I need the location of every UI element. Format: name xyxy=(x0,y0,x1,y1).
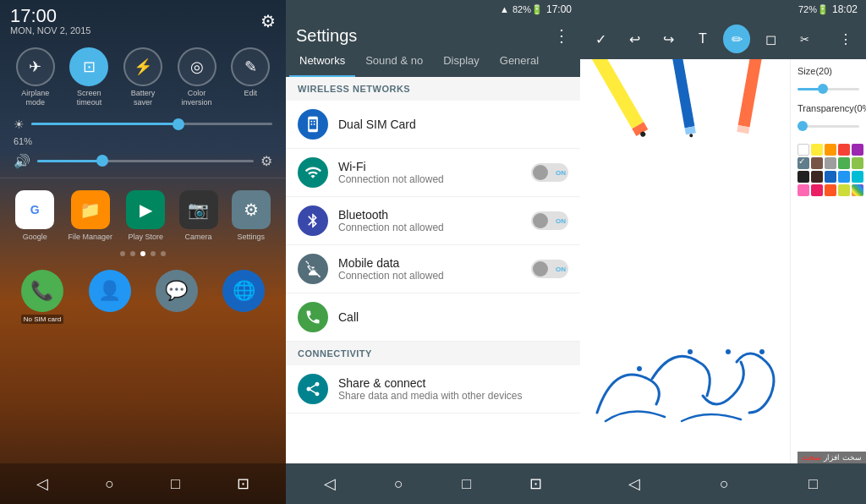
transparency-slider[interactable] xyxy=(797,120,859,134)
volume-settings-icon[interactable]: ⚙ xyxy=(260,153,272,169)
color-darkblue[interactable] xyxy=(825,171,836,183)
share-connect-item[interactable]: Share & connect Share data and media wit… xyxy=(286,365,580,414)
volume-row: 🔊 ⚙ xyxy=(0,150,286,173)
p2-recents-button[interactable]: □ xyxy=(462,475,471,493)
color-rainbow[interactable] xyxy=(852,184,863,196)
color-gray[interactable] xyxy=(825,157,836,169)
app-settings[interactable]: ⚙ Settings xyxy=(232,190,271,241)
eraser-tool-button[interactable]: ◻ xyxy=(757,25,784,53)
call-item[interactable]: Call xyxy=(286,293,580,342)
share-connect-text: Share & connect Share data and media wit… xyxy=(338,376,568,402)
size-slider[interactable] xyxy=(797,83,859,96)
tab-general[interactable]: General xyxy=(490,46,549,77)
wifi-title: Wi-Fi xyxy=(338,160,531,173)
svg-rect-12 xyxy=(738,59,763,127)
color-green[interactable] xyxy=(838,157,850,169)
page-dot-1[interactable] xyxy=(120,251,125,256)
bluetooth-item[interactable]: Bluetooth Connection not allowed OFF ON xyxy=(286,197,580,245)
p3-home-button[interactable]: ○ xyxy=(720,475,729,493)
dock-messages[interactable]: 💬 xyxy=(156,270,198,324)
no-sim-label: No SIM card xyxy=(21,315,63,324)
color-darkbrown[interactable] xyxy=(811,171,823,183)
volume-slider[interactable] xyxy=(37,160,254,162)
transparency-label: Transparency(0%) xyxy=(797,103,859,113)
drawing-canvas[interactable]: Size(20) Transparency(0%) xyxy=(580,59,866,463)
color-lime[interactable] xyxy=(852,157,863,169)
p3-toolbar: ✓ ↩ ↪ T ✏ ◻ ✂ ⋮ xyxy=(580,19,866,59)
tab-networks[interactable]: Networks xyxy=(289,46,355,77)
color-rose[interactable] xyxy=(811,184,823,196)
dock-browser[interactable]: 🌐 xyxy=(222,270,265,324)
wifi-item[interactable]: Wi-Fi Connection not allowed OFF ON xyxy=(286,149,580,197)
scissors-tool-button[interactable]: ✂ xyxy=(792,25,819,53)
time-block: 17:00 MON, NOV 2, 2015 xyxy=(10,7,90,36)
size-label: Size(20) xyxy=(797,66,859,76)
undo-button[interactable]: ↩ xyxy=(621,25,648,53)
brightness-slider[interactable] xyxy=(31,123,272,125)
tab-sound[interactable]: Sound & no xyxy=(355,46,433,77)
settings-icon: ⚙ xyxy=(232,190,271,229)
color-yellow[interactable] xyxy=(811,144,823,156)
p2-back-button[interactable]: ◁ xyxy=(324,474,336,493)
battery-saver-toggle[interactable]: ⚡ Batterysaver xyxy=(123,47,162,107)
recents-button[interactable]: □ xyxy=(171,475,180,493)
mobile-data-item[interactable]: Mobile data Connection not allowed OFF O… xyxy=(286,245,580,293)
home-button[interactable]: ○ xyxy=(105,475,114,493)
pen-tool-button[interactable]: ✏ xyxy=(723,25,750,53)
color-pink[interactable] xyxy=(797,184,809,196)
color-deep-orange[interactable] xyxy=(825,184,836,196)
app-file-manager[interactable]: 📁 File Manager xyxy=(68,190,112,241)
android-home-screen: 17:00 MON, NOV 2, 2015 ⚙ ✈ Airplanemode … xyxy=(0,0,286,504)
color-brown[interactable] xyxy=(811,157,823,169)
color-orange[interactable] xyxy=(825,144,836,156)
p3-sidebar: Size(20) Transparency(0%) xyxy=(790,59,866,463)
clock-time: 17:00 xyxy=(10,7,90,25)
page-dot-4[interactable] xyxy=(151,251,156,256)
p2-overflow-menu-icon[interactable]: ⋮ xyxy=(553,25,570,46)
dock-phone[interactable]: 📞 No SIM card xyxy=(21,270,63,324)
text-tool-button[interactable]: T xyxy=(689,25,716,53)
color-white[interactable] xyxy=(797,144,809,156)
back-button[interactable]: ◁ xyxy=(36,474,48,493)
screen-timeout-icon: ⊡ xyxy=(69,47,108,86)
wifi-toggle[interactable]: OFF ON xyxy=(531,163,568,182)
p3-recents-button[interactable]: □ xyxy=(808,475,818,493)
color-black[interactable] xyxy=(797,171,809,183)
dock-contacts[interactable]: 👤 xyxy=(89,270,131,324)
check-button[interactable]: ✓ xyxy=(587,25,614,53)
bluetooth-toggle[interactable]: OFF ON xyxy=(531,211,568,230)
bottom-dock: 📞 No SIM card 👤 💬 🌐 xyxy=(0,263,286,331)
p2-home-button[interactable]: ○ xyxy=(394,475,403,493)
screen-timeout-toggle[interactable]: ⊡ Screentimeout xyxy=(69,47,108,107)
p3-overflow-menu-button[interactable]: ⋮ xyxy=(832,25,859,53)
edit-toggle[interactable]: ✎ Edit xyxy=(231,47,270,107)
tab-display[interactable]: Display xyxy=(433,46,490,77)
color-purple[interactable] xyxy=(852,144,863,156)
dual-sim-item[interactable]: Dual SIM Card xyxy=(286,101,580,149)
svg-rect-1 xyxy=(314,121,315,123)
app-play-store[interactable]: ▶ Play Store xyxy=(126,190,165,241)
color-cyan[interactable] xyxy=(852,171,863,183)
mobile-data-title: Mobile data xyxy=(338,256,531,270)
page-dot-2[interactable] xyxy=(130,251,135,256)
page-dot-5[interactable] xyxy=(161,251,166,256)
color-inversion-toggle[interactable]: ◎ Colorinversion xyxy=(178,47,216,107)
p2-clock: 17:00 xyxy=(546,3,572,15)
page-dot-3[interactable] xyxy=(140,251,145,256)
app-google[interactable]: G Google xyxy=(15,190,54,241)
color-yellow-green[interactable] xyxy=(838,184,850,196)
redo-button[interactable]: ↪ xyxy=(655,25,682,53)
brightness-icon: ☀ xyxy=(14,118,25,131)
gear-icon[interactable]: ⚙ xyxy=(260,11,276,31)
color-blue[interactable] xyxy=(838,171,850,183)
color-red[interactable] xyxy=(838,144,850,156)
p2-tabs: Networks Sound & no Display General xyxy=(286,46,580,77)
p3-back-button[interactable]: ◁ xyxy=(628,474,640,493)
airplane-mode-toggle[interactable]: ✈ Airplanemode xyxy=(16,47,55,107)
app-camera[interactable]: 📷 Camera xyxy=(179,190,218,241)
color-bluegray[interactable]: ✓ xyxy=(797,157,809,169)
screenshot-button[interactable]: ⊡ xyxy=(237,474,249,493)
mobile-data-toggle[interactable]: OFF ON xyxy=(531,260,568,278)
p2-screenshot-button[interactable]: ⊡ xyxy=(529,474,542,493)
mobile-data-text: Mobile data Connection not allowed xyxy=(338,256,531,282)
